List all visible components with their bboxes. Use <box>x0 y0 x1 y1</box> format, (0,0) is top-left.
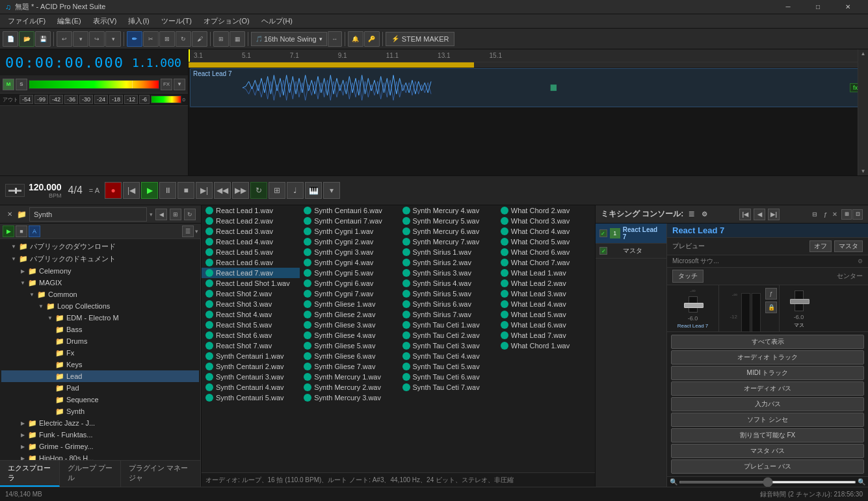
file-item[interactable]: Synth Gliese 1.wav <box>300 299 398 309</box>
file-item[interactable]: React Shot 7.wav <box>202 340 300 351</box>
file-item[interactable]: Synth Gliese 5.wav <box>300 340 398 351</box>
track-expand[interactable]: ▼ <box>174 79 185 90</box>
preview-stop[interactable]: ■ <box>16 225 27 237</box>
midi-tracks-btn[interactable]: MIDI トラック <box>671 366 864 380</box>
file-item[interactable]: Synth Cygni 1.wav <box>300 226 398 237</box>
file-item[interactable]: What Lead 1.wav <box>497 268 595 278</box>
file-item[interactable]: Synth Gliese 6.wav <box>300 351 398 361</box>
menu-options[interactable]: オプション(O) <box>198 15 255 27</box>
swing-amount[interactable]: ↔ <box>328 31 342 47</box>
file-item[interactable]: Synth Mercury 7.wav <box>399 237 497 247</box>
file-item[interactable]: What Lead 7.wav <box>497 330 595 340</box>
go-end-button[interactable]: ▶| <box>196 182 213 199</box>
redo-button[interactable]: ↪ <box>89 31 105 47</box>
tree-item-electric-jazz[interactable]: ▶ 📁 Electric Jazz - J... <box>1 417 199 429</box>
file-item[interactable]: What Chord 5.wav <box>497 237 595 247</box>
mixer-fwd[interactable]: ▶| <box>768 209 780 220</box>
loop-tool[interactable]: ↻ <box>176 31 191 47</box>
rewind-button[interactable]: ◀◀ <box>214 182 231 199</box>
waveform-track[interactable]: React Lead 7 fx <box>190 68 867 107</box>
file-item[interactable]: Synth Tau Ceti 4.wav <box>399 351 497 361</box>
lock-icon[interactable]: 🔒 <box>765 302 777 313</box>
tab-plugin-manager[interactable]: プラグイン マネージャ <box>121 461 201 487</box>
file-item[interactable]: Synth Sirius 7.wav <box>399 309 497 320</box>
nav-forward[interactable]: ⊞ <box>170 209 181 220</box>
master-fader-handle[interactable] <box>790 299 809 304</box>
tree-item-synth[interactable]: 📁 Synth <box>1 405 199 417</box>
mixer-prev-track[interactable]: |◀ <box>739 209 751 220</box>
file-item[interactable]: Synth Sirius 6.wav <box>399 299 497 309</box>
tree-item-documents[interactable]: ▼ 📁 パブリックのドキュメント <box>1 253 199 265</box>
loop-button[interactable]: ↻ <box>250 182 267 199</box>
file-item[interactable]: What Chord 3.wav <box>497 216 595 226</box>
auto-preview[interactable]: A <box>29 225 40 237</box>
file-item[interactable]: What Chord 2.wav <box>497 205 595 216</box>
close-explorer[interactable]: ✕ <box>5 210 14 219</box>
file-item[interactable]: What Lead 6.wav <box>497 320 595 330</box>
file-item[interactable]: React Lead Shot 1.wav <box>202 278 300 289</box>
fx-chain-icon[interactable]: ƒ <box>765 288 777 300</box>
record-button[interactable]: ● <box>105 182 122 199</box>
file-item[interactable]: Synth Mercury 6.wav <box>399 226 497 237</box>
mixer-device-settings[interactable]: ⚙ <box>858 258 863 264</box>
paint-tool[interactable]: 🖌 <box>192 31 207 47</box>
file-item[interactable]: Synth Tau Ceti 7.wav <box>399 382 497 392</box>
menu-edit[interactable]: 編集(E) <box>52 15 86 27</box>
file-item[interactable]: React Shot 5.wav <box>202 320 300 330</box>
menu-tools[interactable]: ツール(T) <box>156 15 197 27</box>
track-checkbox[interactable]: ✓ <box>599 229 607 237</box>
file-item[interactable]: Synth Mercury 1.wav <box>300 372 398 382</box>
tree-item-sequence[interactable]: 📁 Sequence <box>1 394 199 405</box>
file-item[interactable]: React Lead 5.wav <box>202 247 300 257</box>
tree-item-keys[interactable]: 📁 Keys <box>1 359 199 370</box>
zoom-out-icon[interactable]: 🔍 <box>670 478 677 485</box>
file-item[interactable]: Synth Centauri 7.wav <box>300 216 398 226</box>
metronome-transport[interactable]: ♩ <box>287 182 304 199</box>
file-item[interactable]: Synth Tau Ceti 5.wav <box>399 361 497 372</box>
undo-button[interactable]: ↩ <box>57 31 72 47</box>
close-button[interactable]: ✕ <box>833 0 863 14</box>
file-item[interactable]: Synth Mercury 2.wav <box>300 382 398 392</box>
file-item[interactable]: Synth Gliese 7.wav <box>300 361 398 372</box>
maximize-button[interactable]: □ <box>803 0 833 14</box>
tree-item-bass[interactable]: 📁 Bass <box>1 324 199 335</box>
track-solo[interactable]: S <box>16 79 27 90</box>
scroll-up-btn[interactable]: ▲ <box>858 49 868 58</box>
grid-button[interactable]: ▦ <box>230 31 245 47</box>
nav-back[interactable]: ◀ <box>155 209 167 220</box>
undo-history[interactable]: ▾ <box>73 31 88 47</box>
pause-button[interactable]: ⏸ <box>159 182 176 199</box>
file-item[interactable]: Synth Cygni 2.wav <box>300 237 398 247</box>
mixer-icon-1[interactable]: ⊞ <box>841 209 852 220</box>
routing-master[interactable]: マスタ <box>834 240 863 252</box>
refresh-btn[interactable]: ↻ <box>184 209 196 220</box>
file-item[interactable]: Synth Cygni 5.wav <box>300 268 398 278</box>
file-item[interactable]: What Chord 6.wav <box>497 247 595 257</box>
tab-group-pool[interactable]: グループ プール <box>60 461 121 487</box>
mixer-track-master[interactable]: ✓ マスタ <box>596 244 666 259</box>
file-item[interactable]: Synth Tau Ceti 3.wav <box>399 340 497 351</box>
bpm-slider[interactable] <box>5 184 25 197</box>
file-item[interactable]: Synth Tau Ceti 2.wav <box>399 330 497 340</box>
file-item[interactable]: What Chord 4.wav <box>497 226 595 237</box>
file-item[interactable]: What Lead 3.wav <box>497 289 595 299</box>
file-item[interactable]: Synth Tau Ceti 6.wav <box>399 372 497 382</box>
tree-item-fx[interactable]: 📁 Fx <box>1 347 199 359</box>
file-item[interactable]: React Lead 2.wav <box>202 216 300 226</box>
tree-item-drums[interactable]: 📁 Drums <box>1 335 199 347</box>
file-item[interactable]: Synth Centauri 4.wav <box>202 382 300 392</box>
tree-item-lead[interactable]: 📁 Lead <box>1 370 199 382</box>
scroll-down-btn[interactable]: ▼ <box>858 167 868 175</box>
master-fader-track[interactable] <box>795 290 804 311</box>
open-button[interactable]: 📂 <box>19 31 34 47</box>
file-item[interactable]: Synth Sirius 3.wav <box>399 268 497 278</box>
file-item[interactable]: React Lead 1.wav <box>202 205 300 216</box>
file-item[interactable]: React Lead 4.wav <box>202 237 300 247</box>
stop-button[interactable]: ■ <box>178 182 194 199</box>
file-item[interactable]: Synth Sirius 2.wav <box>399 257 497 268</box>
preview-play[interactable]: ▶ <box>3 225 14 237</box>
track-checkbox[interactable]: ✓ <box>599 247 607 255</box>
routing-off[interactable]: オフ <box>809 240 832 252</box>
file-item[interactable]: Synth Cygni 6.wav <box>300 278 398 289</box>
tree-item-edm[interactable]: ▼ 📁 EDM - Electro M <box>1 312 199 324</box>
